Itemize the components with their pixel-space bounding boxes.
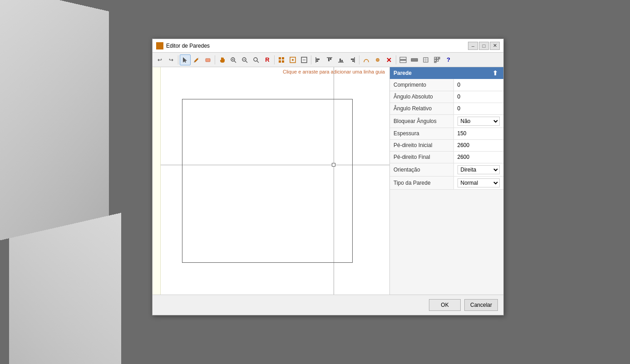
prop-label-espessura: Espessura	[390, 128, 453, 139]
title-bar: Editor de Paredes – □ ✕	[153, 39, 503, 53]
prop-value-tipo-parede[interactable]: Normal Estrutural Divisória	[453, 176, 503, 189]
prop-value-pe-direito-inicial[interactable]	[453, 139, 503, 151]
window-icon	[156, 42, 163, 49]
prop-row-orientacao: Orientação Direita Esquerda Centro	[390, 163, 503, 176]
angulo-relativo-input[interactable]	[458, 105, 500, 112]
zoom-in-button[interactable]	[239, 54, 250, 65]
svg-point-35	[377, 59, 379, 60]
svg-rect-4	[206, 59, 210, 62]
prop-label-comprimento: Comprimento	[390, 79, 453, 91]
minimize-button[interactable]: –	[468, 42, 478, 50]
angulo-absoluto-input[interactable]	[458, 93, 500, 100]
redo-button[interactable]: ↪	[166, 54, 177, 65]
prop-label-bloquear-angulos: Bloquear Ângulos	[390, 114, 453, 128]
toolbar-sep-5	[359, 55, 359, 64]
svg-rect-15	[282, 57, 284, 59]
prop-value-comprimento[interactable]	[453, 79, 503, 91]
pe-direito-inicial-input[interactable]	[458, 142, 500, 148]
maximize-button[interactable]: □	[479, 42, 489, 50]
prop-label-pe-direito-inicial: Pé-direito Inicial	[390, 139, 453, 151]
wall-type1-button[interactable]	[398, 54, 409, 65]
ok-button[interactable]: OK	[429, 299, 461, 311]
eraser-button[interactable]	[202, 54, 213, 65]
prop-value-angulo-absoluto[interactable]	[453, 91, 503, 103]
canvas-handle[interactable]	[332, 163, 335, 167]
bg-shape-left	[0, 0, 109, 241]
panel-title: Parede	[394, 70, 491, 76]
svg-rect-16	[279, 60, 281, 63]
prop-value-espessura[interactable]	[453, 128, 503, 139]
svg-rect-38	[411, 59, 418, 61]
zoom-region-button[interactable]	[228, 54, 239, 65]
prop-row-angulo-absoluto: Ângulo Absoluto	[390, 91, 503, 103]
svg-rect-45	[434, 59, 436, 61]
svg-rect-30	[341, 60, 343, 62]
align-top-button[interactable]	[324, 54, 335, 65]
align-bottom-button[interactable]	[335, 54, 346, 65]
properties-table: Comprimento Ângulo Absoluto	[390, 79, 503, 190]
toolbar-sep-3	[274, 55, 275, 64]
bg-shape-right	[9, 213, 121, 364]
undo-button[interactable]: ↩	[154, 54, 165, 65]
svg-rect-29	[340, 59, 341, 62]
cancel-button[interactable]: Cancelar	[464, 299, 498, 311]
svg-rect-14	[279, 57, 281, 59]
panel-header: Parede ⬆	[390, 67, 503, 79]
content-area: Clique e arraste para adicionar uma linh…	[153, 67, 503, 295]
prop-row-pe-direito-inicial: Pé-direito Inicial	[390, 139, 503, 151]
wall-type2-button[interactable]	[409, 54, 420, 65]
align-right-button[interactable]	[347, 54, 358, 65]
prop-row-angulo-relativo: Ângulo Relativo	[390, 103, 503, 114]
dialog-window: Editor de Paredes – □ ✕ ↩ ↪	[152, 39, 504, 315]
svg-rect-27	[330, 58, 331, 60]
delete-button[interactable]	[384, 54, 394, 65]
window-title: Editor de Paredes	[166, 43, 468, 49]
svg-rect-17	[282, 60, 284, 63]
hand-button[interactable]	[217, 54, 227, 65]
prop-value-orientacao[interactable]: Direita Esquerda Centro	[453, 163, 503, 176]
toolbar-sep-1	[178, 55, 178, 64]
svg-line-13	[257, 61, 259, 63]
toolbar: ↩ ↪ R	[153, 53, 503, 67]
svg-marker-3	[183, 57, 187, 63]
espessura-input[interactable]	[458, 130, 500, 137]
svg-rect-46	[437, 59, 438, 61]
svg-rect-32	[351, 59, 354, 60]
grid-view-button[interactable]	[432, 54, 443, 65]
right-panel: Parede ⬆ Comprimento	[390, 67, 503, 295]
svg-rect-24	[316, 60, 318, 62]
svg-point-12	[254, 58, 257, 61]
comprimento-input[interactable]	[458, 82, 500, 88]
snap-grid-button[interactable]	[276, 54, 287, 65]
cursor-button[interactable]	[180, 54, 191, 65]
wall-type3-button[interactable]	[420, 54, 431, 65]
prop-value-angulo-relativo[interactable]	[453, 103, 503, 114]
snap2-button[interactable]	[299, 54, 310, 65]
tipo-parede-select[interactable]: Normal Estrutural Divisória	[458, 178, 500, 187]
orientacao-select[interactable]: Direita Esquerda Centro	[458, 165, 500, 174]
help-button[interactable]: ?	[443, 54, 454, 65]
toolbar-sep-2	[215, 55, 215, 64]
curve-button[interactable]	[361, 54, 372, 65]
pencil-button[interactable]	[191, 54, 202, 65]
zoom-r-button[interactable]: R	[262, 54, 273, 65]
prop-row-espessura: Espessura	[390, 128, 503, 139]
prop-value-pe-direito-final[interactable]	[453, 151, 503, 163]
zoom-out-button[interactable]	[251, 54, 261, 65]
toolbar-sep-6	[396, 55, 396, 64]
svg-rect-42	[434, 57, 436, 59]
canvas-rect	[182, 99, 353, 263]
snap1-button[interactable]	[287, 54, 298, 65]
bloquear-angulos-select[interactable]: Não Sim	[458, 117, 500, 126]
close-button[interactable]: ✕	[490, 42, 500, 50]
prop-row-comprimento: Comprimento	[390, 79, 503, 91]
canvas-area[interactable]: Clique e arraste para adicionar uma linh…	[153, 67, 390, 295]
node-button[interactable]	[372, 54, 383, 65]
pe-direito-final-input[interactable]	[458, 154, 500, 160]
svg-rect-44	[439, 57, 440, 59]
align-left-button[interactable]	[313, 54, 324, 65]
panel-collapse-button[interactable]: ⬆	[491, 69, 500, 78]
panel-properties-container: Comprimento Ângulo Absoluto	[390, 79, 503, 295]
prop-value-bloquear-angulos[interactable]: Não Sim	[453, 114, 503, 128]
svg-point-19	[292, 59, 294, 61]
